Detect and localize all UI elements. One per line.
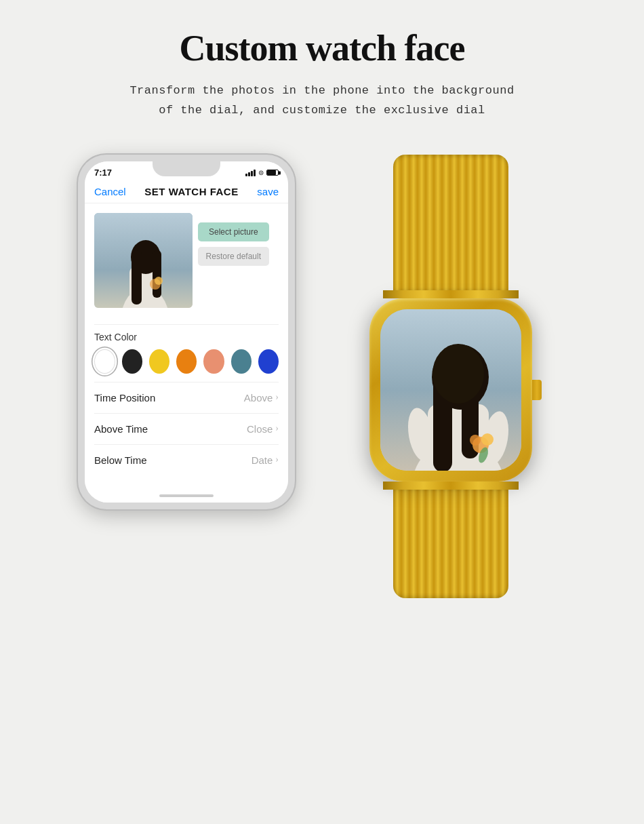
content-row: 7:17 ⊜ [14,155,630,598]
setting-below-time[interactable]: Below Time Date › [94,444,279,475]
setting-below-time-value-wrap: Date › [251,454,279,466]
select-picture-button[interactable]: Select picture [198,222,269,241]
watch-screen [380,309,521,471]
save-button[interactable]: save [257,186,279,197]
phone-action-buttons: Select picture Restore default [198,222,269,266]
text-color-label: Text Color [94,332,279,342]
chevron-right-icon: › [275,392,279,403]
home-indicator[interactable] [159,494,214,497]
phone-notch [153,161,220,176]
svg-point-19 [470,435,481,446]
setting-above-time-value-wrap: Close › [247,423,279,435]
setting-above-time-value: Close [247,423,273,435]
svg-rect-5 [153,250,161,298]
screen-title: SET WATCH FACE [144,186,238,197]
watch-crown [532,380,542,400]
color-swatches [94,349,279,374]
cancel-button[interactable]: Cancel [94,186,126,197]
band-connector-bottom [383,482,519,490]
battery-icon [266,170,279,176]
setting-above-time-label: Above Time [94,423,148,435]
color-swatch-orange[interactable] [176,349,197,374]
setting-below-time-label: Below Time [94,454,147,466]
band-connector-top [383,290,519,298]
preview-section: Select picture Restore default [94,213,279,317]
chevron-right-icon-3: › [275,454,279,465]
page-subtitle: Transform the photos in the phone into t… [129,81,514,121]
color-swatch-black[interactable] [122,349,142,374]
wifi-icon: ⊜ [258,169,264,176]
setting-below-time-value: Date [251,454,273,466]
setting-time-position-label: Time Position [94,392,155,404]
signal-icon [245,170,256,176]
home-indicator-bar [85,489,288,503]
setting-time-position-value-wrap: Above › [244,392,279,404]
restore-default-button[interactable]: Restore default [198,247,269,266]
phone-outer: 7:17 ⊜ [78,155,295,509]
color-swatch-blue[interactable] [258,349,279,374]
page-title: Custom watch face [180,27,465,69]
phone-status-icons: ⊜ [245,169,279,176]
phone-preview-image [94,213,193,308]
watch-case [369,298,532,482]
svg-point-16 [432,344,484,404]
phone-time: 7:17 [94,168,112,178]
phone-inner: 7:17 ⊜ [85,161,288,503]
color-swatch-teal[interactable] [231,349,251,374]
divider [94,324,279,325]
setting-above-time[interactable]: Above Time Close › [94,413,279,444]
phone-topbar: Cancel SET WATCH FACE save [85,182,288,203]
svg-point-18 [481,433,494,446]
chevron-right-icon-2: › [275,423,279,434]
svg-point-7 [155,277,163,285]
phone: 7:17 ⊜ [78,155,295,509]
smartwatch [336,155,566,598]
color-swatch-peach[interactable] [203,349,224,374]
color-swatch-white[interactable] [94,349,115,374]
watch-band-bottom [393,490,508,598]
phone-body: Select picture Restore default Text Colo… [85,203,288,489]
setting-time-position[interactable]: Time Position Above › [94,382,279,413]
color-swatch-yellow[interactable] [149,349,169,374]
svg-rect-4 [132,250,142,305]
setting-time-position-value: Above [244,392,273,404]
watch-band-top [393,155,508,290]
